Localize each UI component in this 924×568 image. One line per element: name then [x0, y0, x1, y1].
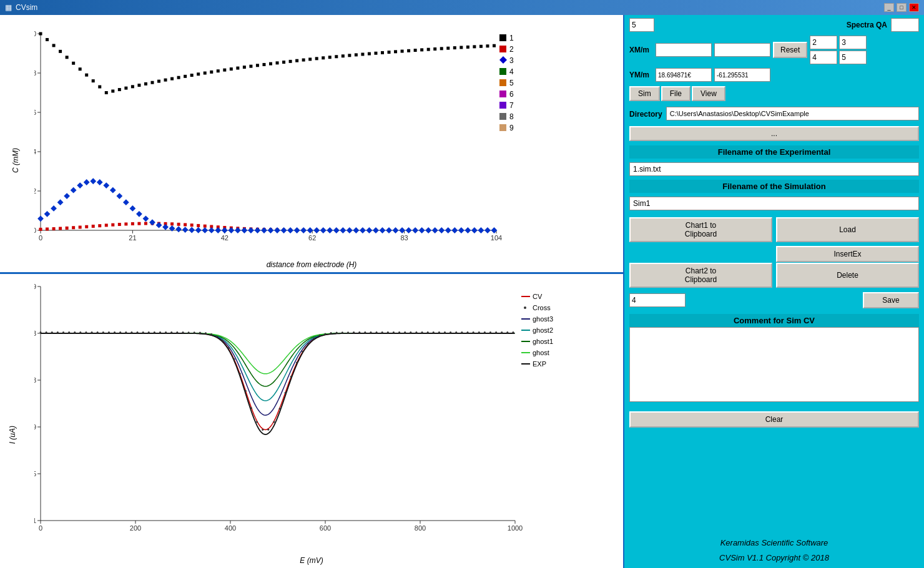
num-grid-5[interactable]	[839, 51, 867, 64]
spectra-qa-input[interactable]	[891, 18, 919, 32]
directory-input[interactable]	[666, 107, 919, 120]
reset-button[interactable]: Reset	[773, 42, 807, 58]
save-button[interactable]: Save	[863, 292, 919, 308]
load-button[interactable]: Load	[776, 217, 919, 242]
num-grid	[810, 36, 867, 64]
num-grid-3[interactable]	[839, 36, 867, 49]
filename-exp-input[interactable]	[629, 162, 919, 176]
minimize-button[interactable]: _	[884, 3, 894, 12]
xm-row: XM/m Reset	[629, 36, 919, 64]
footer-line1: Keramidas Scientific Software	[629, 536, 919, 550]
ym-row: YM/m	[629, 68, 919, 82]
charts-area: C (mM) distance from electrode (H) I (uA…	[0, 15, 624, 568]
chart2-clipboard-button[interactable]: Chart2 toClipboard	[629, 263, 772, 288]
file-menu[interactable]: File	[661, 86, 691, 101]
view-menu[interactable]: View	[692, 86, 725, 101]
filename-sim-input[interactable]	[629, 197, 919, 210]
title-bar: ▦ CVsim _ □ ✕	[0, 0, 924, 15]
right-panel: Spectra QA XM/m Reset YM/m Sim	[624, 15, 924, 568]
ym-input2[interactable]	[714, 68, 770, 82]
action-grid-2: Chart2 toClipboard Delete	[629, 263, 919, 288]
xm-label: XM/m	[629, 46, 653, 54]
close-button[interactable]: ✕	[909, 3, 919, 12]
chart-bottom-x-label: E (mV)	[300, 556, 323, 565]
comment-header: Comment for Sim CV	[629, 314, 919, 327]
maximize-button[interactable]: □	[897, 3, 907, 12]
spectra-qa-label: Spectra QA	[847, 21, 887, 29]
app-icon: ▦	[5, 3, 12, 12]
sim-menu[interactable]: Sim	[629, 86, 660, 101]
comment-textarea[interactable]	[629, 327, 919, 402]
menu-bar: Sim File View	[629, 86, 919, 101]
chart-top: C (mM) distance from electrode (H)	[0, 15, 623, 274]
xm-input1[interactable]	[656, 43, 712, 57]
chart-bottom-canvas	[34, 280, 584, 539]
window-title: CVsim	[16, 3, 37, 12]
window-controls[interactable]: _ □ ✕	[884, 3, 919, 12]
chart-bottom: I (uA) E (mV)	[0, 274, 623, 568]
filename-sim-header: Filename of the Simulation	[629, 180, 919, 193]
browse-button[interactable]: ...	[629, 126, 919, 141]
spectra-qa-row: Spectra QA	[629, 18, 919, 32]
chart1-clipboard-button[interactable]: Chart1 toClipboard	[629, 217, 772, 242]
num-grid-2[interactable]	[810, 36, 837, 49]
directory-label: Directory	[629, 110, 662, 119]
action-grid: Chart1 toClipboard Load InsertEx	[629, 217, 919, 262]
xm-input2[interactable]	[714, 43, 770, 57]
num-grid-4[interactable]	[810, 51, 837, 64]
ym-label: YM/m	[629, 71, 653, 79]
top-left-input[interactable]	[629, 18, 654, 32]
delete-button[interactable]: Delete	[776, 263, 919, 288]
insert-ex-button[interactable]: InsertEx	[776, 246, 919, 262]
filename-exp-header: Filename of the Experimental	[629, 145, 919, 159]
chart-top-canvas	[34, 21, 584, 249]
footer-line2: CVSim V1.1 Copyright © 2018	[629, 551, 919, 565]
ym-input1[interactable]	[656, 68, 712, 82]
comment-section: Comment for Sim CV	[629, 314, 919, 404]
footer: Keramidas Scientific Software CVSim V1.1…	[629, 531, 919, 565]
clear-button[interactable]: Clear	[629, 411, 919, 428]
sim-num-input[interactable]	[629, 293, 686, 307]
main-container: C (mM) distance from electrode (H) I (uA…	[0, 15, 924, 568]
chart-bottom-y-label: I (uA)	[8, 426, 17, 444]
directory-row: Directory	[629, 107, 919, 120]
sim-num-row: Save	[629, 292, 919, 308]
chart-top-y-label: C (mM)	[11, 148, 20, 173]
chart-top-x-label: distance from electrode (H)	[267, 260, 357, 269]
